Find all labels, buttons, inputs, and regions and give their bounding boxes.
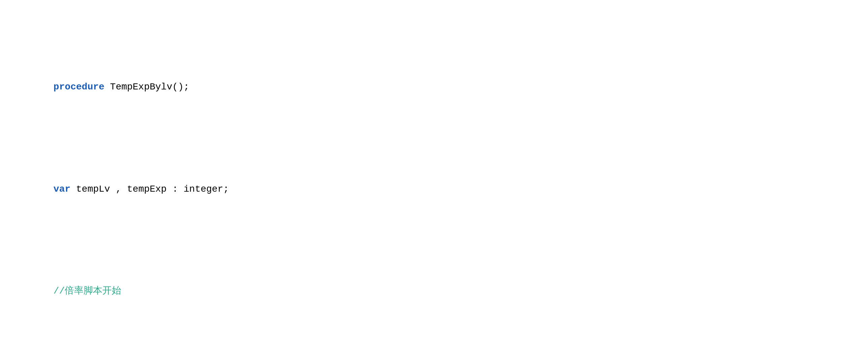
keyword-var: var [54, 184, 76, 194]
code-editor: procedure TempExpBylv(); var tempLv , te… [10, 7, 858, 348]
line-3-content: //倍率脚本开始 [16, 269, 858, 313]
func-name: TempExpBylv [110, 82, 173, 92]
func-parens: (); [173, 82, 189, 92]
code-line-3: //倍率脚本开始 [10, 269, 858, 313]
line-1-content: procedure TempExpBylv(); [16, 65, 858, 109]
comment-start: //倍率脚本开始 [54, 286, 122, 296]
keyword-procedure: procedure [54, 82, 110, 92]
code-line-1: procedure TempExpBylv(); [10, 65, 858, 109]
var-decl: tempLv , tempExp : integer; [76, 184, 229, 194]
line-2-content: var tempLv , tempExp : integer; [16, 167, 858, 211]
code-line-2: var tempLv , tempExp : integer; [10, 167, 858, 211]
